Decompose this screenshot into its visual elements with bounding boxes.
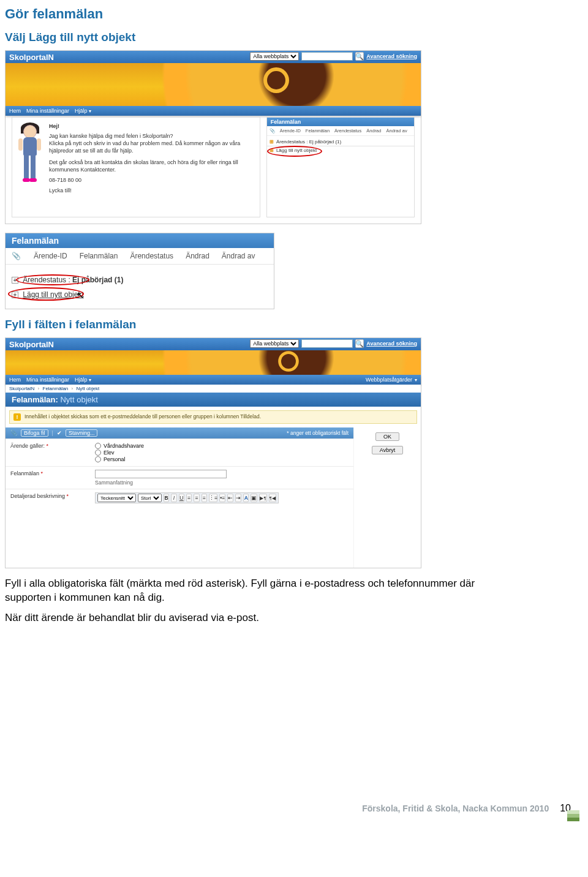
list-group-row[interactable]: + Ärendestatus : Ej påbörjad (1) [6,265,274,287]
portal-topbar: SkolportalN Alla webbplatser 🔍 Avancerad… [6,338,421,350]
advanced-search-link[interactable]: Avancerad sökning [366,53,417,59]
screenshot-2-zoom: Felanmälan 📎 Ärende-ID Felanmälan Ärende… [5,233,274,309]
list-add-row[interactable]: ⊞ Lägg till nytt objekt [267,146,414,157]
help-text-1: Jag kan kanske hjälpa dig med felen i Sk… [49,132,255,140]
spell-icon: ✔ [57,430,62,436]
underline-button[interactable]: U [179,494,184,502]
highlight-button[interactable]: ▣ [251,494,257,502]
indent-button[interactable]: ⇥ [235,494,241,502]
field-beskrivning: Detaljerad beskrivning * Teckensnitt Sto… [6,489,353,506]
ok-button[interactable]: OK [375,432,399,441]
avatar-illustration [15,121,45,189]
advanced-search-link[interactable]: Avancerad sökning [366,341,417,347]
form-actions: OK Avbryt [353,427,421,568]
list-columns: 📎 Ärende-ID Felanmälan Ärendestatus Ändr… [267,126,414,136]
col-id: Ärende-ID [280,128,301,134]
col-fel: Felanmälan [80,252,118,260]
align-left-button[interactable]: ≡ [186,494,192,502]
attach-button[interactable]: Bifoga fil [21,429,48,437]
search-icon[interactable]: 🔍 [355,339,364,348]
list-header: Felanmälan [267,118,414,126]
list-ol-button[interactable]: ⋮≡ [209,494,217,502]
page-heading: Gör felanmälan [5,6,583,22]
site-logo-text: SkolportalN [9,340,54,349]
col-fel: Felanmälan [306,128,330,134]
page-title-main: Felanmälan: [12,395,58,404]
text-color-button[interactable]: A [243,494,249,502]
felanmalan-list-small: Felanmälan 📎 Ärende-ID Felanmälan Ärende… [266,117,415,217]
chevron-down-icon: ▾ [89,377,91,383]
col-attach: 📎 [270,128,275,134]
cursor-icon: ↖ [77,290,85,301]
page-footer: Förskola, Fritid & Skola, Nacka Kommun 2… [5,803,583,821]
field-hint: Sammanfattning [95,480,350,486]
richtext-toolbar: Teckensnitt Storl B I U ≡ ≡ ≡ ⋮≡ •≡ ⇤ ⇥ [95,492,279,503]
help-signoff: Lycka till! [49,187,255,194]
radio-personal[interactable]: Personal [95,456,350,462]
list-header: Felanmälan [6,233,274,248]
page-title-bar: Felanmälan: Nytt objekt [6,393,421,407]
col-attach-icon: 📎 [12,252,21,260]
size-select[interactable]: Storl [138,494,162,502]
group-label: Ej påbörjad (1) [309,139,341,145]
body-paragraph-2: När ditt ärende är behandlat blir du avi… [5,611,495,625]
breadcrumb: SkolportalN › Felanmälan › Nytt objekt [6,385,421,393]
list-ul-button[interactable]: •≡ [219,494,225,502]
crumb-list[interactable]: Felanmälan [43,386,69,391]
font-select[interactable]: Teckensnitt [97,494,136,502]
italic-button[interactable]: I [171,494,176,502]
crumb-current: Nytt objekt [76,386,99,391]
search-icon[interactable]: 🔍 [355,52,364,61]
expand-icon: ⊞ [270,139,274,145]
contact-phone: 08-718 80 00 [49,176,255,184]
align-center-button[interactable]: ≡ [194,494,199,502]
required-mark: * [47,443,49,449]
search-input[interactable] [301,52,353,61]
footer-decor [567,814,579,821]
chevron-down-icon: ▾ [415,377,417,383]
search-scope-select[interactable]: Alla webbplatser [250,52,299,61]
rtl-button[interactable]: ¶◀ [269,494,276,502]
sunflower-graphic [267,71,285,89]
main-menu: Hem Mina inställningar Hjälp ▾ Webbplats… [6,375,421,385]
search-input[interactable] [301,339,353,348]
help-text-2: Klicka på nytt och skriv in vad du har p… [49,140,255,154]
ltr-button[interactable]: ▶¶ [259,494,266,502]
top-search: Alla webbplatser 🔍 Avancerad sökning [250,339,417,348]
highlight-circle-add [8,287,84,301]
search-scope-select[interactable]: Alla webbplatser [250,339,299,348]
banner-image [6,350,421,375]
help-card: Hej! Jag kan kanske hjälpa dig med felen… [12,117,260,217]
required-note: * anger ett obligatoriskt fält [287,430,349,436]
list-group-row[interactable]: ⊞ Ärendestatus : Ej påbörjad (1) [267,136,414,146]
top-search: Alla webbplatser 🔍 Avancerad sökning [250,52,417,61]
col-av: Ändrad av [386,128,407,134]
menu-hjalp[interactable]: Hjälp ▾ [75,377,91,383]
banner-image [6,63,421,106]
crumb-home[interactable]: SkolportalN [9,386,34,391]
radio-vardnadshavare[interactable]: Vårdnadshavare [95,443,350,449]
felanmalan-input[interactable] [95,470,227,478]
subheading-1: Välj Lägg till nytt objekt [5,31,583,44]
portal-topbar: SkolportalN Alla webbplatser 🔍 Avancerad… [6,51,421,63]
required-mark: * [41,470,43,476]
align-right-button[interactable]: ≡ [202,494,207,502]
list-add-row[interactable]: + Lägg till nytt objekt ↖ [6,287,274,309]
warning-icon: ! [13,413,21,421]
outdent-button[interactable]: ⇤ [227,494,233,502]
screenshot-1: SkolportalN Alla webbplatser 🔍 Avancerad… [5,50,421,224]
field-arende-galler: Ärende gäller: * Vårdnadshavare Elev Per… [6,438,353,466]
field-label: Felanmälan [10,470,39,476]
menu-mina[interactable]: Mina inställningar [26,377,69,383]
bold-button[interactable]: B [164,494,169,502]
cancel-button[interactable]: Avbryt [372,446,403,454]
spellcheck-button[interactable]: Stavning... [66,429,98,437]
col-andrad: Ändrad [366,128,381,134]
site-actions-menu[interactable]: Webbplatsåtgärder ▾ [366,377,417,383]
field-label: Ärende gäller: [10,443,45,449]
radio-elev[interactable]: Elev [95,450,350,456]
required-mark: * [67,493,69,499]
menu-hem[interactable]: Hem [9,377,21,383]
form-spacer [6,506,353,568]
list-columns: 📎 Ärende-ID Felanmälan Ärendestatus Ändr… [6,248,274,265]
